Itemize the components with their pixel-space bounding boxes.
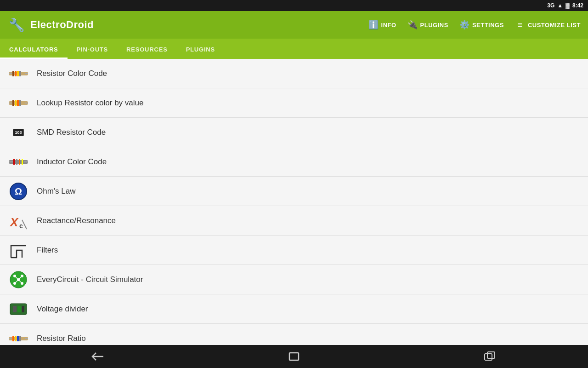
battery-icon: ▓ (565, 2, 570, 9)
back-button[interactable] (82, 347, 113, 366)
svg-rect-43 (17, 336, 19, 341)
tab-pinouts[interactable]: PIN-OUTS (68, 41, 118, 59)
reactance-resonance-label: Reactance/Resonance (37, 216, 116, 225)
svg-rect-17 (19, 159, 20, 165)
lookup-resistor-icon (7, 92, 29, 114)
svg-rect-68 (485, 354, 492, 360)
list-item[interactable]: Resistor Color Code (0, 59, 588, 88)
filters-icon (7, 239, 29, 261)
voltage-divider-icon (7, 298, 29, 320)
smd-resistor-icon: 103 (7, 121, 29, 144)
list-item[interactable]: Inductor Color Code (0, 147, 588, 177)
home-button[interactable] (278, 347, 310, 366)
signal-icon: ▲ (557, 2, 563, 9)
lookup-resistor-label: Lookup Resistor color by value (37, 98, 143, 108)
resistor-ratio-icon (7, 328, 29, 345)
customize-icon: ≡ (515, 20, 525, 30)
settings-button[interactable]: ⚙️ SETTINGS (459, 20, 504, 30)
list-item[interactable]: X c Reactance/Resonance (0, 206, 588, 236)
svg-rect-41 (12, 336, 14, 341)
info-label: INFO (381, 22, 396, 29)
tab-calculators[interactable]: CALCULATORS (0, 41, 68, 59)
app-logo-icon: 🔧 (7, 16, 26, 34)
list-item[interactable]: EveryCircuit - Circuit Simulator (0, 265, 588, 294)
inductor-color-code-label: Inductor Color Code (37, 157, 107, 167)
svg-rect-10 (17, 100, 19, 106)
recents-button[interactable] (475, 347, 506, 366)
app-header: 🔧 ElectroDroid ℹ️ INFO 🔌 PLUGINS ⚙️ SETT… (0, 11, 588, 39)
svg-rect-16 (16, 159, 17, 165)
ohms-law-icon: Ω (7, 180, 29, 202)
info-button[interactable]: ℹ️ INFO (368, 20, 396, 30)
svg-rect-67 (289, 353, 299, 360)
resistor-ratio-label: Resistor Ratio (37, 334, 86, 343)
tab-resources[interactable]: RESOURCES (117, 41, 177, 59)
svg-rect-11 (19, 100, 21, 106)
plugins-button[interactable]: 🔌 PLUGINS (407, 20, 448, 30)
resistor-color-code-label: Resistor Color Code (37, 69, 107, 78)
customize-label: CUSTOMIZE LIST (528, 22, 581, 29)
smd-badge: 103 (13, 129, 23, 136)
svg-rect-18 (22, 159, 23, 165)
status-bar: 3G ▲ ▓ 8:42 (0, 0, 588, 11)
info-icon: ℹ️ (368, 20, 379, 30)
time-display: 8:42 (572, 2, 583, 9)
plugins-label: PLUGINS (420, 22, 448, 29)
network-indicator: 3G (547, 2, 554, 9)
svg-rect-9 (15, 100, 17, 106)
plugins-icon: 🔌 (407, 20, 418, 30)
svg-rect-4 (19, 71, 21, 76)
list-item[interactable]: Resistor Ratio (0, 324, 588, 345)
svg-rect-15 (13, 159, 15, 165)
tab-bar: CALCULATORS PIN-OUTS RESOURCES PLUGINS (0, 39, 588, 59)
list-item[interactable]: Filters (0, 236, 588, 265)
app-title: ElectroDroid (30, 19, 94, 31)
smd-resistor-label: SMD Resistor Code (37, 128, 106, 137)
voltage-divider-label: Voltage divider (37, 305, 88, 314)
settings-icon: ⚙️ (459, 20, 469, 30)
reactance-icon: X c (7, 210, 29, 232)
svg-rect-38 (17, 306, 21, 312)
inductor-icon (7, 151, 29, 173)
calculator-list: Resistor Color Code Lookup Resistor colo… (0, 59, 588, 345)
svg-rect-37 (13, 306, 17, 312)
settings-label: SETTINGS (472, 22, 504, 29)
svg-text:X: X (9, 215, 19, 229)
svg-rect-3 (17, 71, 19, 76)
bottom-nav (0, 345, 588, 368)
tab-plugins[interactable]: PLUGINS (177, 41, 224, 59)
app-logo-area: 🔧 ElectroDroid (7, 16, 368, 34)
everycircuit-icon (7, 269, 29, 291)
everycircuit-label: EveryCircuit - Circuit Simulator (37, 275, 143, 284)
resistor-color-code-icon (7, 63, 29, 85)
svg-rect-44 (19, 336, 21, 341)
customize-list-button[interactable]: ≡ CUSTOMIZE LIST (515, 20, 581, 30)
svg-rect-39 (22, 306, 24, 312)
svg-rect-1 (12, 71, 14, 76)
svg-rect-2 (15, 71, 17, 76)
ohms-law-label: Ohm's Law (37, 187, 76, 196)
svg-text:Ω: Ω (15, 186, 22, 196)
svg-text:c: c (19, 222, 23, 230)
svg-rect-8 (12, 100, 14, 106)
list-item[interactable]: 103 SMD Resistor Code (0, 118, 588, 147)
header-actions: ℹ️ INFO 🔌 PLUGINS ⚙️ SETTINGS ≡ CUSTOMIZ… (368, 20, 581, 30)
list-item[interactable]: Ω Ohm's Law (0, 177, 588, 206)
list-item[interactable]: Voltage divider (0, 294, 588, 324)
filters-label: Filters (37, 246, 58, 255)
svg-rect-69 (487, 352, 495, 358)
svg-rect-42 (15, 336, 17, 341)
list-item[interactable]: Lookup Resistor color by value (0, 88, 588, 118)
